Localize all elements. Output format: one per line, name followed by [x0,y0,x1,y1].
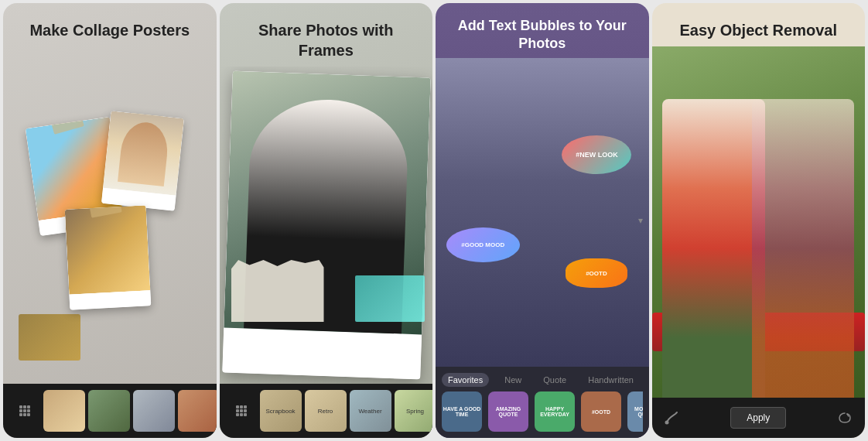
thumb-label-weather[interactable]: Weather [350,390,391,432]
card4-photo-area [652,46,866,398]
card-collage-posters: Make Collage Posters [3,3,217,438]
person-left [662,99,764,398]
card1-thumbnail-bar [3,384,217,438]
thumb-item-4[interactable] [178,390,217,432]
card3-photo-area: #NEW LOOK #GOOD MOOD #OOTD [436,58,649,367]
card1-photo-area [3,46,217,384]
frame-bottom-white [222,327,421,379]
tab-favorites[interactable]: Favorites [442,373,489,387]
svg-point-0 [665,421,668,425]
apply-button[interactable]: Apply [730,407,786,429]
brown-paper-decor [19,314,80,361]
thumb-label-spring[interactable]: Spring [395,390,433,432]
skater-background [436,58,649,367]
thumb-label-scrapbook[interactable]: Scrapbook [260,390,302,432]
tab-new[interactable]: New [498,373,528,387]
person-right [752,99,854,398]
sticker-4[interactable]: #OOTD [581,391,621,432]
torn-paper-decor [231,260,324,322]
removal-toolbar: Apply [652,398,866,438]
thumb-item-1[interactable] [43,390,85,432]
tab-handwritten[interactable]: Handwritten [582,373,640,387]
card2-thumbnail-bar: Scrapbook Retro Weather Spring [220,384,433,438]
card3-headline: Add Text Bubbles to Your Photos [436,3,649,58]
card1-headline: Make Collage Posters [3,3,217,46]
bubble-new-look: #NEW LOOK [562,135,631,174]
bubble-ootd: #OOTD [566,258,627,288]
brush-icon[interactable] [661,407,683,429]
thumb-label-retro[interactable]: Retro [305,390,347,432]
polaroid-2 [101,111,184,210]
card2-headline: Share Photos with Frames [220,3,433,67]
thumb-item-2[interactable] [88,390,130,432]
text-tabs-row: Favorites New Quote Handwritten ▾ [442,373,643,387]
card-share-photos: Share Photos with Frames Scrapbook Retro… [220,3,433,438]
sticker-2[interactable]: AMAZING QUOTE [488,391,528,432]
bubble-good-mood: #GOOD MOOD [446,227,520,262]
tab-quote[interactable]: Quote [537,373,572,387]
polaroid3-image [64,205,150,294]
sticker-5[interactable]: MORNING QUOTE [627,391,643,432]
card-text-bubbles: Add Text Bubbles to Your Photos #NEW LOO… [436,3,649,438]
lasso-icon[interactable] [834,407,856,429]
chevron-down-icon: ▾ [638,215,643,226]
card2-photo-area [220,67,433,384]
layout-icon [9,390,40,432]
polaroid2-image [103,111,184,195]
thumb-item-3[interactable] [133,390,175,432]
sticker-row: HAVE A GOOD TIME AMAZING QUOTE HAPPY EVE… [442,391,643,432]
sticker-1[interactable]: HAVE A GOOD TIME [442,391,482,432]
layout-icon-2 [226,390,257,432]
polaroid-3 [64,205,151,309]
collage-container [3,46,217,384]
teal-block-decor [355,275,425,322]
polaroid-stack [25,115,195,316]
frame-photo [222,71,430,380]
text-sticker-panel: Favorites New Quote Handwritten ▾ HAVE A… [436,367,649,438]
card-object-removal: Easy Object Removal Apply [652,3,866,438]
card4-headline: Easy Object Removal [652,3,866,46]
sticker-3[interactable]: HAPPY EVERYDAY [535,391,575,432]
